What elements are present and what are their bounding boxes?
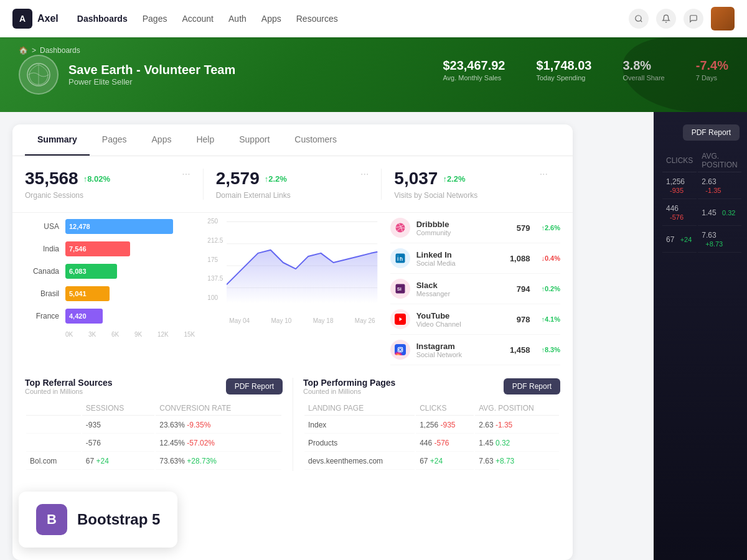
right-dark-panel: PDF Report CLICKS AVG. POSITION 1,256 -9… [654,112,747,560]
user-avatar[interactable] [711,7,735,30]
hero-stat-label-0: Avg. Monthly Sales [443,74,505,82]
breadcrumb-page: Dashboards [40,46,80,55]
metric-change-2: ↑2.2% [443,174,465,184]
svg-rect-12 [395,344,406,355]
pages-subtitle: Counted in Millions [303,388,395,395]
table-row: 67 +24 7.63 +8.73 [662,227,741,253]
breadcrumb: 🏠 > Dashboards [19,46,80,55]
tab-help[interactable]: Help [184,124,227,156]
nav-apps[interactable]: Apps [261,14,281,24]
nav-auth[interactable]: Auth [228,14,247,24]
tab-apps[interactable]: Apps [139,124,184,156]
metric-label-2: Visits by Social Networks [394,191,548,200]
hero-stat-value-1: $1,748.03 [537,58,592,73]
tab-support[interactable]: Support [227,124,282,156]
bootstrap-icon: B [36,504,67,535]
nav-pages[interactable]: Pages [143,14,167,24]
pages-table-header: Top Performing Pages Counted in Millions… [303,378,560,395]
metric-organic-sessions: 35,568 ↑8.02% ··· Organic Sessions [25,169,204,200]
bootstrap-overlay: B Bootstrap 5 [19,492,177,548]
search-button[interactable] [629,9,649,29]
metric-change-0: ↑8.02% [83,174,110,184]
brand-name: Axel [37,13,59,24]
metric-value-0: 35,568 [25,169,78,189]
line-chart: 250 212.5 175 137.5 100 [207,213,377,365]
metric-more-1[interactable]: ··· [360,169,369,189]
bar-row-brasil: Brasil 5,041 [25,286,195,301]
line-chart-svg [227,213,377,312]
referral-title: Top Referral Sources [25,378,113,388]
logo-icon: A [12,9,32,29]
tab-pages[interactable]: Pages [90,124,139,156]
bar-row-usa: USA 12,478 [25,219,195,234]
logo-area[interactable]: A Axel [12,9,59,29]
top-navigation: A Axel Dashboards Pages Account Auth App… [0,0,747,37]
nav-account[interactable]: Account [182,14,214,24]
hero-stat-0: $23,467.92 Avg. Monthly Sales [443,58,505,82]
pages-table: LANDING PAGE CLICKS AVG. POSITION Index … [303,400,560,471]
metric-more-0[interactable]: ··· [182,169,190,189]
charts-section: USA 12,478 India 7,546 Canada [12,213,573,378]
metric-external-links: 2,579 ↑2.2% ··· Domain External Links [204,169,382,200]
hero-decoration [622,37,747,112]
social-item-youtube: YouTube Video Channel 978 ↑4.1% [390,304,560,335]
svg-text:Sl: Sl [397,286,401,292]
table-row: devs.keenthemes.com 67 +24 7.63 +8.73 [304,453,559,470]
metric-more-2[interactable]: ··· [540,169,548,189]
bar-row-canada: Canada 6,083 [25,264,195,279]
hero-title: Save Earth - Volunteer Team [68,63,235,77]
hero-banner: 🏠 > Dashboards Save Earth - Volunteer Te… [0,37,747,112]
metric-value-2: 5,037 [394,169,438,189]
bar-chart: USA 12,478 India 7,546 Canada [25,213,195,365]
referral-subtitle: Counted in Millions [25,388,113,395]
social-item-instagram: Instagram Social Network 1,458 ↑8.3% [390,335,560,365]
nav-right-icons [629,7,735,30]
table-row: -576 12.45% -57.02% [26,435,281,452]
bar-chart-area: USA 12,478 India 7,546 Canada [25,213,195,344]
hero-stat-1: $1,748.03 Today Spending [537,58,592,82]
referral-table: SESSIONS CONVERSION RATE -935 23.63% -9.… [25,400,283,471]
hero-profile: Save Earth - Volunteer Team Power Elite … [19,55,235,95]
table-row: 1,256 -935 2.63 -1.35 [662,174,741,199]
dashboard-tabs: Summary Pages Apps Help Support Customer… [12,124,573,156]
bar-row-france: France 4,420 [25,309,195,324]
referral-table-header: Top Referral Sources Counted in Millions… [25,378,283,395]
metrics-row: 35,568 ↑8.02% ··· Organic Sessions 2,579… [12,156,573,213]
metric-label-0: Organic Sessions [25,191,190,200]
social-item-dribbble: Dribbble Community 579 ↑2.6% [390,213,560,243]
dark-pdf-button[interactable]: PDF Report [683,124,740,141]
svg-point-15 [402,347,402,348]
metric-value-1: 2,579 [216,169,260,189]
nav-dashboards[interactable]: Dashboards [77,14,128,24]
messages-button[interactable] [684,9,703,29]
metric-social-visits: 5,037 ↑2.2% ··· Visits by Social Network… [382,169,560,200]
table-row: 446 -576 1.45 0.32 [662,200,741,226]
bootstrap-label: Bootstrap 5 [77,511,160,528]
home-icon[interactable]: 🏠 [19,46,28,55]
bottom-section: Top Referral Sources Counted in Millions… [12,378,573,483]
nav-links: Dashboards Pages Account Auth Apps Resou… [77,14,629,24]
social-item-linkedin: Linked In Social Media 1,088 ↓0.4% [390,243,560,274]
hero-stat-label-1: Today Spending [537,74,592,82]
notifications-button[interactable] [656,9,676,29]
hero-avatar [19,55,59,95]
dark-pages-table: CLICKS AVG. POSITION 1,256 -935 2.63 -1.… [661,148,743,254]
social-item-slack: Sl Slack Messanger 794 ↑0.2% [390,274,560,304]
tab-summary[interactable]: Summary [25,124,90,156]
hero-info: Save Earth - Volunteer Team Power Elite … [68,63,235,86]
pages-title: Top Performing Pages [303,378,395,388]
metric-label-1: Domain External Links [216,191,369,200]
referral-pdf-button[interactable]: PDF Report [226,378,283,394]
table-row: Products 446 -576 1.45 0.32 [304,435,559,452]
table-row: -935 23.63% -9.35% [26,417,281,434]
line-chart-labels: May 04 May 10 May 18 May 26 [227,317,377,324]
tab-customers[interactable]: Customers [282,124,349,156]
top-pages-section: Top Performing Pages Counted in Millions… [293,378,560,471]
top-referral-section: Top Referral Sources Counted in Millions… [25,378,293,471]
line-y-axis: 250 212.5 175 137.5 100 [207,213,223,306]
bar-axis: 0K 3K 6K 9K 12K 15K [25,331,195,338]
nav-resources[interactable]: Resources [296,14,338,24]
hero-subtitle: Power Elite Seller [68,77,235,86]
table-row: Index 1,256 -935 2.63 -1.35 [304,417,559,434]
pages-pdf-button[interactable]: PDF Report [504,378,560,394]
